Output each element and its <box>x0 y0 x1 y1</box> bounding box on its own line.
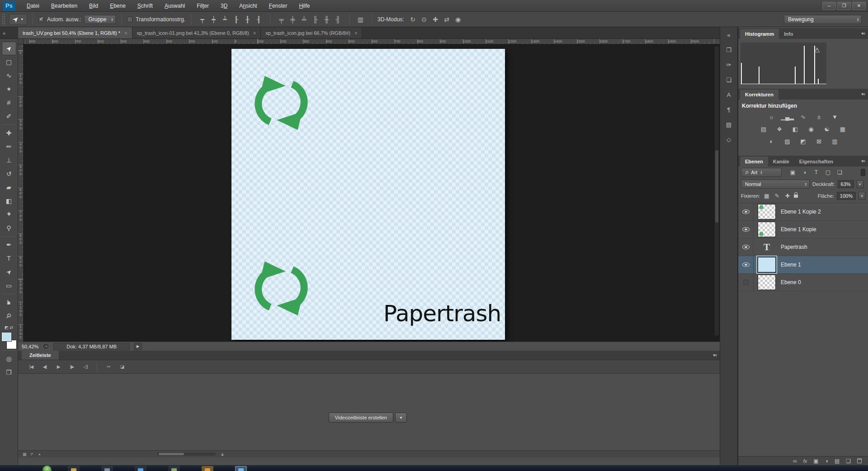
exposure-icon[interactable]: ± <box>814 112 825 121</box>
eye-icon[interactable] <box>742 209 750 214</box>
background-color-swatch[interactable] <box>7 340 16 349</box>
vibrance-icon[interactable]: ▼ <box>830 112 840 121</box>
canvas-document[interactable]: Papertrash <box>231 49 505 340</box>
zoom-in-icon[interactable]: ▲ <box>220 452 225 457</box>
layer-thumbnail[interactable] <box>758 204 776 219</box>
3d-orbit-icon[interactable]: ↻ <box>407 14 419 24</box>
current-tool-button[interactable]: ➤ ▼ <box>9 14 27 25</box>
curves-icon[interactable]: ∿ <box>798 112 809 121</box>
default-colors-icon[interactable]: ◩ <box>5 325 9 330</box>
eye-icon[interactable] <box>742 227 750 232</box>
filter-adjustment-icon[interactable]: ◑ <box>801 169 808 176</box>
visibility-cell[interactable] <box>738 238 754 256</box>
rectangular-marquee-tool[interactable]: ▢ <box>2 55 16 69</box>
crop-tool[interactable]: # <box>2 96 16 109</box>
panel-menu-icon[interactable]: ▾≡ <box>858 92 868 96</box>
tab-info[interactable]: Info <box>779 29 798 39</box>
pen-tool[interactable]: ✒ <box>2 238 16 252</box>
play-button[interactable]: ▶ <box>52 362 65 372</box>
layer-thumbnail[interactable] <box>758 257 776 272</box>
align-left-edges-icon[interactable]: ┠ <box>231 14 242 24</box>
minimize-button[interactable]: – <box>822 2 836 10</box>
distribute-vertical-centers-icon[interactable]: ╪ <box>287 14 298 24</box>
hue-saturation-icon[interactable]: ▤ <box>758 124 769 133</box>
slider-thumb[interactable] <box>159 453 184 455</box>
show-transform-checkbox[interactable] <box>127 17 132 22</box>
dock-3d-icon[interactable]: ◇ <box>722 134 735 145</box>
layer-row-papertrash[interactable]: TPapertrash <box>738 238 868 256</box>
dock-clone-source-icon[interactable]: ❏ <box>722 74 735 86</box>
eye-icon[interactable] <box>742 245 750 249</box>
taskbar-icon-3[interactable] <box>135 466 146 471</box>
layer-row-ebene-1-kopie[interactable]: Ebene 1 Kopie <box>738 221 868 238</box>
expand-dock-icon[interactable]: « <box>722 29 735 41</box>
3d-slide-icon[interactable]: ⇄ <box>441 14 453 24</box>
swap-colors-icon[interactable]: ⇄ <box>9 325 13 330</box>
panel-menu-icon[interactable]: ▾≡ <box>710 353 720 357</box>
menu-3d[interactable]: 3D <box>215 3 233 9</box>
menu-ansicht[interactable]: Ansicht <box>233 3 263 9</box>
lock-pixels-icon[interactable]: ✎ <box>773 192 781 200</box>
link-layers-icon[interactable]: ∞ <box>793 458 797 464</box>
blur-tool[interactable]: ♠ <box>2 208 16 221</box>
document-tab-1[interactable]: trash_UV.png bei 50,4% (Ebene 1, RGB/8) … <box>18 27 132 38</box>
vertical-scrollbar[interactable] <box>715 46 719 336</box>
opacity-value-field[interactable]: 63% <box>838 180 854 188</box>
align-right-edges-icon[interactable]: ┨ <box>253 14 264 24</box>
previous-frame-button[interactable]: ◀| <box>38 362 52 372</box>
timeline-flowchart-icon[interactable]: ↱ <box>30 452 34 457</box>
path-selection-tool[interactable]: ➤ <box>2 265 16 279</box>
visibility-cell[interactable] <box>738 256 754 273</box>
tab-ebenen[interactable]: Ebenen <box>740 157 768 167</box>
timeline-frames-icon[interactable]: ▦ <box>23 452 27 457</box>
invert-icon[interactable]: ◐ <box>766 137 777 146</box>
document-tab-3[interactable]: xp_trash_icon.jpg bei 66,7% (RGB/8#)× <box>261 27 362 38</box>
menu-auswahl[interactable]: Auswahl <box>159 3 191 9</box>
document-tab-2[interactable]: xp_trash_icon-01.png bei 41,3% (Ebene 0,… <box>132 27 261 38</box>
blend-mode-dropdown[interactable]: Normal <box>741 180 810 189</box>
rectangle-tool[interactable]: ▭ <box>2 279 16 292</box>
new-adjustment-layer-icon[interactable]: ◑ <box>825 458 828 464</box>
3d-pan-icon[interactable]: ✚ <box>430 14 441 24</box>
menu-ebene[interactable]: Ebene <box>104 3 132 9</box>
mute-audio-button[interactable]: ◁) <box>79 362 92 372</box>
taskbar-photoshop-icon[interactable] <box>235 466 247 471</box>
taskbar-icon-2[interactable] <box>101 466 113 471</box>
close-button[interactable]: ✕ <box>852 2 866 10</box>
hand-tool[interactable]: ☛ <box>2 295 16 309</box>
levels-icon[interactable]: ▁▄▂ <box>782 112 793 121</box>
history-brush-tool[interactable]: ↺ <box>2 167 16 181</box>
color-balance-icon[interactable]: ❖ <box>774 124 785 133</box>
visibility-cell[interactable] <box>738 203 754 220</box>
posterize-icon[interactable]: ▨ <box>782 137 793 146</box>
magic-wand-tool[interactable]: ✶ <box>2 82 16 96</box>
distribute-spacing-icon[interactable]: ▥ <box>355 14 366 24</box>
tab-kanäle[interactable]: Kanäle <box>768 157 794 167</box>
tab-close-icon[interactable]: × <box>354 30 357 36</box>
zoom-out-icon[interactable]: ▲ <box>38 452 41 456</box>
create-video-timeline-button[interactable]: Videozeitleiste erstellen <box>329 413 393 423</box>
dock-layer-comps-icon[interactable]: ▤ <box>722 119 735 130</box>
add-layer-mask-icon[interactable]: ▣ <box>813 458 818 464</box>
auto-select-checkbox[interactable] <box>38 17 44 22</box>
lock-position-icon[interactable]: ✚ <box>783 192 791 200</box>
eyedropper-tool[interactable]: ✐ <box>2 109 16 123</box>
threshold-icon[interactable]: ◩ <box>798 137 809 146</box>
scrollbar-thumb[interactable] <box>715 150 718 223</box>
menu-bearbeiten[interactable]: Bearbeiten <box>45 3 83 9</box>
tab-korrekturen[interactable]: Korrekturen <box>740 90 778 100</box>
fill-dropdown-button[interactable]: ▼ <box>859 192 865 200</box>
layer-thumbnail[interactable] <box>758 275 776 290</box>
photo-filter-icon[interactable]: ◉ <box>806 124 816 133</box>
toolbar-collapse-button[interactable]: » <box>0 27 8 38</box>
filter-toggle[interactable] <box>861 169 865 176</box>
delete-layer-icon[interactable] <box>857 458 862 463</box>
lock-all-icon[interactable] <box>794 195 798 198</box>
brightness-contrast-icon[interactable]: ☼ <box>766 112 777 121</box>
next-frame-button[interactable]: |▶ <box>65 362 79 372</box>
channel-mixer-icon[interactable]: ☯ <box>821 124 832 133</box>
menu-schrift[interactable]: Schrift <box>132 3 159 9</box>
zoom-level-field[interactable]: 50,42% <box>22 344 38 349</box>
tab-histogramm[interactable]: Histogramm <box>740 29 779 39</box>
color-lookup-icon[interactable]: ▦ <box>837 124 848 133</box>
